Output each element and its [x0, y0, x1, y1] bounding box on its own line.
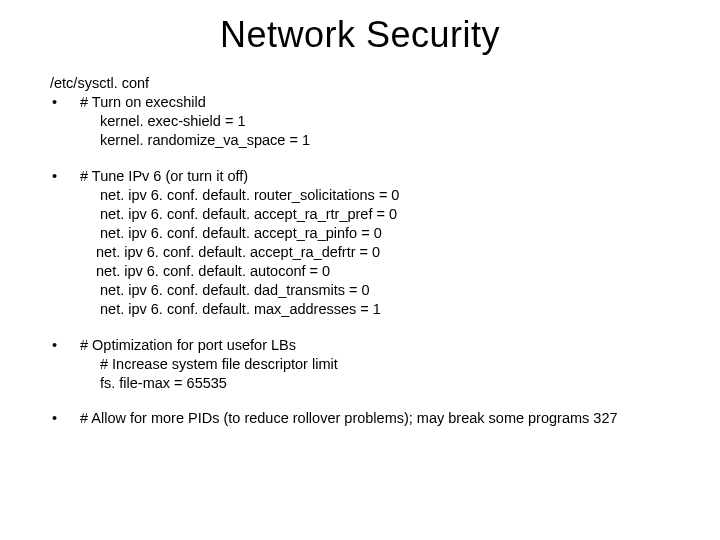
bullet-marker: •: [50, 93, 80, 112]
bullet-head: # Tune IPv 6 (or turn it off): [80, 167, 690, 186]
spacer: [50, 151, 690, 167]
bullet-marker: •: [50, 336, 80, 355]
config-line: fs. file-max = 65535: [50, 374, 690, 393]
config-line: net. ipv 6. conf. default. accept_ra_def…: [50, 243, 690, 262]
config-line: # Increase system file descriptor limit: [50, 355, 690, 374]
bullet-item: • # Optimization for port usefor LBs: [50, 336, 690, 355]
bullet-item: • # Allow for more PIDs (to reduce rollo…: [50, 409, 690, 428]
config-line: net. ipv 6. conf. default. accept_ra_pin…: [50, 224, 690, 243]
bullet-head: # Allow for more PIDs (to reduce rollove…: [80, 409, 690, 428]
config-line: net. ipv 6. conf. default. accept_ra_rtr…: [50, 205, 690, 224]
bullet-head: # Optimization for port usefor LBs: [80, 336, 690, 355]
bullet-marker: •: [50, 409, 80, 428]
config-line: net. ipv 6. conf. default. router_solici…: [50, 186, 690, 205]
slide-title: Network Security: [0, 14, 720, 56]
config-line: net. ipv 6. conf. default. dad_transmits…: [50, 281, 690, 300]
config-line: kernel. randomize_va_space = 1: [50, 131, 690, 150]
spacer: [50, 393, 690, 409]
bullet-head: # Turn on execshild: [80, 93, 690, 112]
config-line: net. ipv 6. conf. default. max_addresses…: [50, 300, 690, 319]
spacer: [50, 320, 690, 336]
file-path: /etc/sysctl. conf: [50, 74, 690, 93]
config-line: net. ipv 6. conf. default. autoconf = 0: [50, 262, 690, 281]
bullet-item: • # Turn on execshild: [50, 93, 690, 112]
bullet-item: • # Tune IPv 6 (or turn it off): [50, 167, 690, 186]
config-line: kernel. exec-shield = 1: [50, 112, 690, 131]
bullet-marker: •: [50, 167, 80, 186]
slide-body: /etc/sysctl. conf • # Turn on execshild …: [0, 74, 720, 428]
slide: Network Security /etc/sysctl. conf • # T…: [0, 14, 720, 540]
